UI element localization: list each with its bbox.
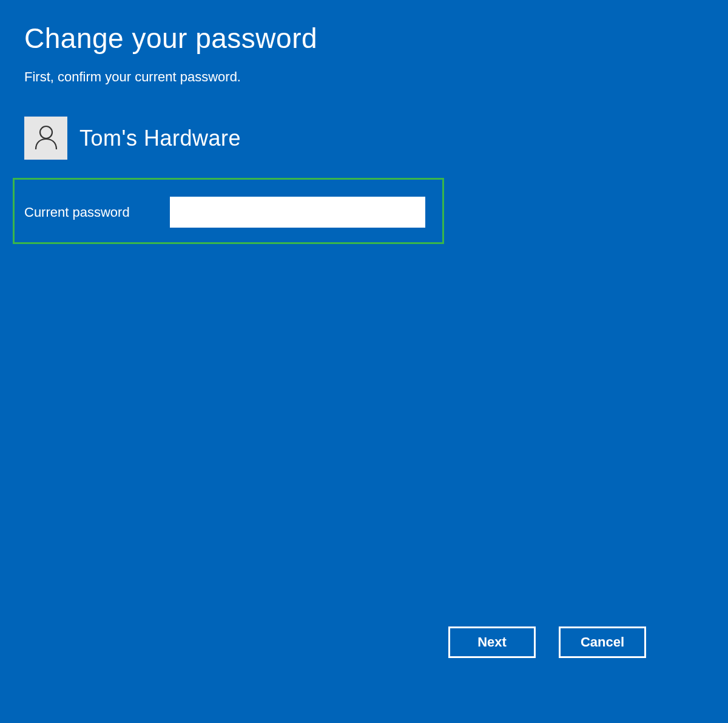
- user-display-name: Tom's Hardware: [79, 126, 241, 151]
- svg-point-0: [40, 126, 52, 138]
- current-password-label: Current password: [24, 205, 170, 220]
- avatar: [24, 117, 67, 160]
- footer-buttons: Next Cancel: [448, 626, 646, 658]
- page-title: Change your password: [24, 22, 704, 55]
- current-password-input[interactable]: [170, 197, 425, 228]
- page-subtitle: First, confirm your current password.: [24, 69, 704, 85]
- next-button[interactable]: Next: [448, 626, 536, 658]
- cancel-button[interactable]: Cancel: [559, 626, 646, 658]
- user-icon: [34, 124, 58, 152]
- user-section: Tom's Hardware: [0, 117, 728, 160]
- current-password-group: Current password: [13, 178, 444, 244]
